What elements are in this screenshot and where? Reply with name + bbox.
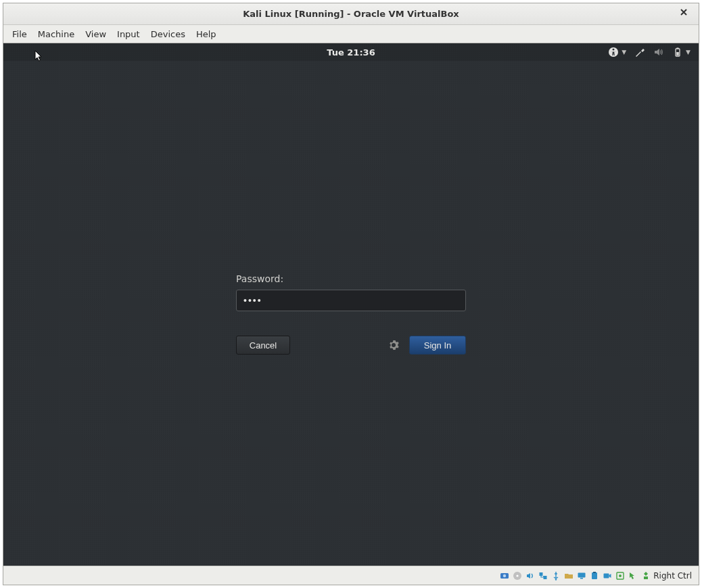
svg-point-11	[555, 579, 557, 580]
accessibility-menu[interactable]: ▼	[608, 47, 626, 58]
vm-statusbar: Right Ctrl	[3, 566, 699, 585]
volume-indicator[interactable]	[653, 47, 664, 58]
guest-screen: Tue 21:36 ▼ ▼ Password	[3, 43, 699, 566]
guest-topbar: Tue 21:36 ▼ ▼	[3, 43, 699, 61]
power-menu[interactable]: ▼	[672, 47, 691, 58]
signin-button[interactable]: Sign In	[409, 336, 466, 355]
clipboard-icon	[590, 571, 599, 581]
clock[interactable]: Tue 21:36	[327, 47, 375, 58]
host-key-icon	[641, 571, 651, 581]
display-indicator[interactable]	[576, 570, 587, 581]
net-icon	[538, 571, 548, 581]
hdd-indicator[interactable]	[499, 570, 510, 581]
svg-point-8	[517, 574, 519, 576]
recording-indicator[interactable]	[602, 570, 613, 581]
system-tray: ▼ ▼	[608, 43, 691, 61]
display-icon	[577, 571, 586, 581]
menu-help[interactable]: Help	[191, 27, 221, 41]
svg-rect-9	[540, 572, 543, 576]
shared-folder-indicator[interactable]	[563, 570, 574, 581]
hdd-icon	[500, 571, 509, 581]
menu-view[interactable]: View	[80, 27, 111, 41]
password-input[interactable]	[236, 290, 466, 311]
close-icon	[680, 8, 688, 16]
vm-state-icon	[615, 571, 625, 581]
host-key-label: Right Ctrl	[653, 571, 692, 581]
vm-state-indicator[interactable]	[615, 570, 626, 581]
svg-rect-15	[593, 572, 596, 573]
record-icon	[603, 571, 612, 581]
vm-window: Kali Linux [Running] - Oracle VM Virtual…	[3, 3, 699, 585]
close-button[interactable]	[680, 8, 692, 20]
cancel-button[interactable]: Cancel	[236, 336, 290, 355]
tools-icon	[634, 47, 645, 58]
usb-indicator[interactable]	[551, 570, 561, 581]
password-label: Password:	[236, 273, 466, 284]
shared-folder-icon	[564, 571, 574, 581]
accessibility-icon	[608, 47, 619, 58]
menu-machine[interactable]: Machine	[33, 27, 79, 41]
cd-icon	[513, 571, 522, 581]
svg-point-1	[613, 49, 615, 51]
menu-file[interactable]: File	[7, 27, 32, 41]
cd-indicator[interactable]	[512, 570, 523, 581]
login-form: Password: Cancel Sign In	[236, 273, 466, 355]
svg-rect-3	[677, 48, 679, 49]
menu-devices[interactable]: Devices	[146, 27, 190, 41]
svg-rect-14	[592, 572, 597, 579]
menu-input[interactable]: Input	[112, 27, 145, 41]
battery-icon	[672, 47, 683, 58]
chevron-down-icon: ▼	[622, 49, 626, 55]
svg-rect-13	[580, 578, 583, 579]
titlebar: Kali Linux [Running] - Oracle VM Virtual…	[3, 3, 699, 25]
login-buttons-row: Cancel Sign In	[236, 336, 466, 355]
gear-icon	[388, 340, 399, 350]
mouse-integration-icon	[628, 571, 638, 581]
chevron-down-icon: ▼	[686, 49, 691, 55]
clipboard-indicator[interactable]	[589, 570, 600, 581]
menubar: File Machine View Input Devices Help	[3, 25, 699, 43]
svg-rect-16	[604, 573, 609, 578]
volume-icon	[653, 47, 664, 58]
audio-indicator[interactable]	[525, 570, 536, 581]
session-options-button[interactable]	[388, 339, 400, 351]
tools-indicator[interactable]	[634, 47, 645, 58]
host-key-indicator[interactable]	[640, 570, 651, 581]
svg-rect-12	[578, 572, 586, 577]
svg-point-6	[503, 574, 506, 576]
usb-icon	[551, 571, 561, 581]
svg-point-18	[619, 574, 622, 577]
window-title: Kali Linux [Running] - Oracle VM Virtual…	[243, 9, 459, 19]
network-indicator[interactable]	[538, 570, 548, 581]
mouse-integration-indicator[interactable]	[628, 570, 638, 581]
svg-rect-4	[676, 52, 679, 55]
audio-icon	[525, 571, 535, 581]
